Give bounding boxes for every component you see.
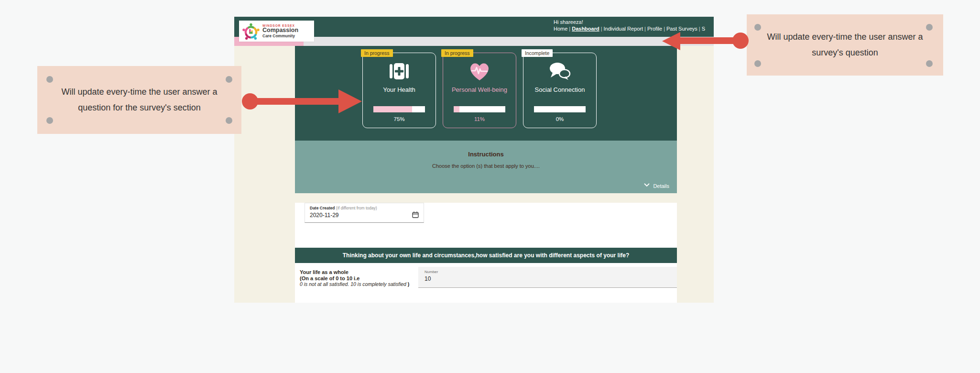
- annotation-text: Will update every-time the user answer a…: [767, 29, 923, 61]
- section-progress-track: [534, 106, 586, 112]
- design-canvas: Hi shareeza! Home|Dashboard|Individual R…: [0, 0, 980, 373]
- calendar-icon[interactable]: [412, 211, 419, 218]
- annotation-text: Will update every-time the user answer a…: [61, 84, 217, 116]
- nav-individual-report[interactable]: Individual Report: [604, 26, 643, 32]
- status-badge: In progress: [441, 49, 473, 57]
- heart-pulse-icon: [468, 61, 490, 81]
- chevron-down-icon: [644, 183, 650, 187]
- instructions-section: Instructions Choose the option (s) that …: [295, 141, 677, 193]
- section-title: Social Connection: [523, 86, 596, 106]
- section-progress-fill: [454, 106, 459, 112]
- instructions-title: Instructions: [295, 141, 677, 158]
- answer-cell: Number: [418, 299, 677, 303]
- date-created-value: 2020-11-29: [310, 212, 419, 219]
- section-card-your-health[interactable]: In progress Your Health: [362, 53, 436, 128]
- selection-handle: [226, 76, 232, 83]
- annotation-arrow-right-icon: [241, 86, 364, 117]
- chat-bubbles-icon: [549, 62, 571, 80]
- selection-handle: [926, 24, 933, 31]
- table-row: Your Standard of Living (On a scale of 0…: [295, 299, 677, 303]
- section-percent: 11%: [443, 116, 516, 122]
- table-row: Your life as a whole (On a scale of 0 to…: [295, 263, 677, 299]
- details-label: Details: [653, 183, 669, 189]
- section-percent: 75%: [363, 116, 436, 122]
- app-body: In progress Your Health: [234, 46, 714, 303]
- section-title: Your Health: [363, 86, 436, 106]
- section-card-personal-well-being[interactable]: In progress Personal Well-being 11%: [443, 53, 516, 128]
- question-cell: Your life as a whole (On a scale of 0 to…: [295, 263, 418, 299]
- selection-handle: [754, 24, 761, 31]
- greeting-text: Hi shareeza!: [554, 19, 705, 25]
- number-input[interactable]: Number 10: [418, 267, 677, 288]
- date-created-input[interactable]: Date Created (If different from today) 2…: [305, 203, 424, 223]
- community-logo-icon: [242, 22, 260, 40]
- status-badge: In progress: [361, 49, 393, 57]
- section-title: Personal Well-being: [443, 86, 516, 106]
- org-logo[interactable]: WINDSOR ESSEX Compassion Care Community: [239, 21, 314, 42]
- selection-handle: [754, 60, 761, 67]
- selection-handle: [46, 117, 53, 124]
- logo-text: WINDSOR ESSEX Compassion Care Community: [262, 24, 298, 38]
- date-section: Date Created (If different from today) 2…: [295, 203, 677, 248]
- annotation-callout-left: Will update every-time the user answer a…: [37, 66, 241, 134]
- status-badge: Incomplete: [522, 49, 553, 57]
- first-aid-icon: [390, 63, 409, 79]
- answer-cell: Number 10: [418, 263, 677, 299]
- survey-table: Your life as a whole (On a scale of 0 to…: [295, 263, 677, 303]
- annotation-callout-right: Will update every-time the user answer a…: [747, 14, 943, 76]
- question-cell: Your Standard of Living (On a scale of 0…: [295, 299, 418, 303]
- question-group-header: Thinking about your own life and circums…: [295, 248, 677, 263]
- nav-home[interactable]: Home: [554, 26, 567, 32]
- section-progress-fill: [373, 106, 412, 112]
- selection-handle: [226, 117, 232, 124]
- section-card-social-connection[interactable]: Incomplete Social Connection: [523, 53, 597, 128]
- section-progress-track: [454, 106, 505, 112]
- content-column: In progress Your Health: [295, 46, 677, 303]
- nav-dashboard[interactable]: Dashboard: [572, 26, 599, 32]
- section-progress-track: [373, 106, 425, 112]
- instructions-subtitle: Choose the option (s) that best apply to…: [295, 163, 677, 169]
- app-window: Hi shareeza! Home|Dashboard|Individual R…: [234, 17, 714, 303]
- selection-handle: [926, 60, 933, 67]
- section-percent: 0%: [523, 116, 596, 122]
- date-created-label: Date Created (If different from today): [310, 206, 419, 210]
- details-toggle[interactable]: Details: [644, 183, 669, 189]
- annotation-arrow-left-icon: [659, 28, 751, 55]
- selection-handle: [46, 76, 53, 83]
